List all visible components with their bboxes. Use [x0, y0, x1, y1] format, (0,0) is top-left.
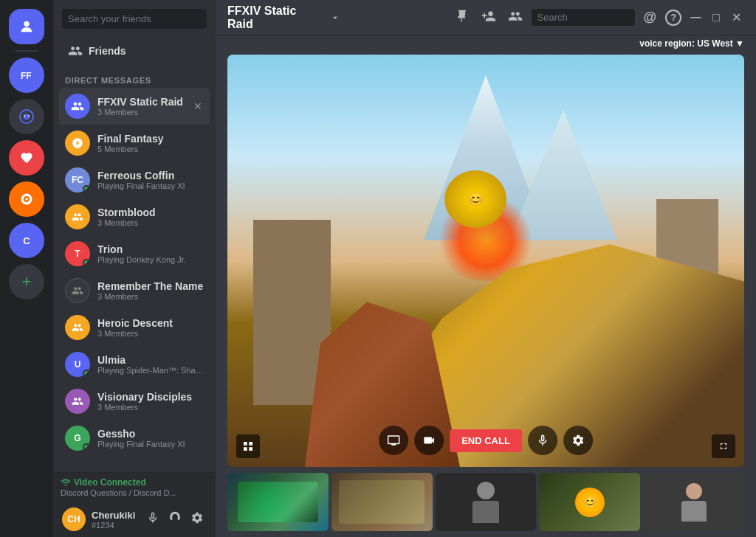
dm-name-ulmia: Ulmia	[97, 354, 204, 366]
friends-label: Friends	[89, 45, 126, 57]
screen-share-button[interactable]	[379, 426, 408, 455]
mention-icon[interactable]: @	[641, 7, 660, 28]
header-search-input[interactable]	[532, 9, 635, 26]
server-icon-3[interactable]	[9, 140, 44, 176]
friends-icon	[68, 44, 83, 58]
server-sidebar: FF C +	[0, 0, 53, 537]
dm-info-trion: Trion Playing Donkey Kong Jr.	[97, 243, 204, 264]
close-icon[interactable]: ✕	[729, 7, 744, 27]
server-icon-1[interactable]: FF	[9, 58, 44, 93]
dm-item-remember[interactable]: Remember The Name 3 Members	[59, 272, 210, 309]
dm-avatar-visionary	[65, 389, 90, 414]
username: Cherukiki	[92, 510, 137, 521]
voice-region-value: US West	[697, 38, 732, 49]
settings-video-button[interactable]	[563, 426, 593, 455]
grid-view-button[interactable]	[236, 434, 260, 458]
thumb-5[interactable]	[643, 473, 744, 531]
dm-avatar-ffxiv	[65, 94, 90, 119]
settings-button[interactable]	[188, 508, 207, 530]
server-icon-user[interactable]	[9, 9, 44, 44]
svg-point-0	[24, 21, 29, 27]
svg-point-3	[24, 115, 25, 117]
dm-status-heroic: 3 Members	[97, 329, 204, 338]
dm-status-stormblood: 3 Members	[97, 218, 204, 227]
dm-status-visionary: 3 Members	[97, 403, 204, 412]
headphone-button[interactable]	[165, 508, 185, 530]
dm-info-visionary: Visionary Disciples 3 Members	[97, 391, 204, 412]
search-input[interactable]	[62, 9, 207, 29]
dm-avatar-heroic	[65, 315, 90, 340]
dm-info-heroic: Heroic Descent 3 Members	[97, 317, 204, 338]
video-area: 😊 END CALL	[216, 52, 756, 537]
help-icon[interactable]: ?	[665, 10, 681, 26]
dm-info-remember: Remember The Name 3 Members	[97, 280, 204, 301]
video-button[interactable]	[414, 426, 444, 455]
dm-list: FFXIV Static Raid 3 Members ✕ Final Fant…	[53, 88, 216, 472]
header-icons: @ ? ─ □ ✕	[452, 6, 744, 30]
thumb-4[interactable]: 😊	[539, 473, 640, 531]
user-tag: #1234	[92, 521, 137, 530]
dm-item-stormblood[interactable]: Stormblood 3 Members	[59, 198, 210, 235]
pin-icon[interactable]	[452, 6, 472, 30]
dm-item-visionary[interactable]: Visionary Disciples 3 Members	[59, 383, 210, 420]
video-controls: END CALL	[379, 426, 593, 455]
dm-item-final-fantasy[interactable]: Final Fantasy 5 Members	[59, 125, 210, 162]
user-area: CH Cherukiki #1234	[53, 502, 216, 537]
dm-avatar-ff	[65, 131, 90, 156]
add-member-icon[interactable]	[478, 6, 499, 30]
status-dot-trion	[83, 259, 90, 266]
end-call-button[interactable]: END CALL	[450, 429, 522, 452]
thumb-3[interactable]	[436, 473, 537, 531]
microphone-button[interactable]	[528, 426, 557, 455]
server-icon-5[interactable]: C	[9, 223, 44, 258]
dm-avatar-stormblood	[65, 204, 90, 229]
server-icon-4[interactable]	[9, 181, 44, 217]
game-scene: 😊	[227, 55, 744, 467]
voice-region-label: voice region:	[639, 38, 695, 49]
dm-info-stormblood: Stormblood 3 Members	[97, 207, 204, 227]
video-connected-label: Video Connected	[61, 477, 208, 488]
dm-status-ff: 5 Members	[97, 145, 204, 153]
friends-button[interactable]: Friends	[59, 38, 210, 64]
dm-info-gessho: Gessho Playing Final Fantasy XI	[97, 428, 204, 448]
thumb-1[interactable]	[227, 473, 329, 531]
thumb-2[interactable]	[331, 473, 433, 531]
dm-item-ulmia[interactable]: U Ulmia Playing Spider-Man™: Shattered D…	[59, 346, 210, 383]
dm-item-trion[interactable]: T Trion Playing Donkey Kong Jr.	[59, 235, 210, 272]
dm-item-ferreous[interactable]: FC Ferreous Coffin Playing Final Fantasy…	[59, 162, 210, 198]
dm-avatar-remember	[65, 278, 90, 303]
dm-name-heroic: Heroic Descent	[97, 317, 204, 329]
minimize-icon[interactable]: ─	[687, 6, 704, 29]
dm-close-ffxiv[interactable]: ✕	[192, 99, 204, 114]
server-icon-2[interactable]	[9, 99, 44, 134]
channel-name: FFXIV Static Raid	[227, 4, 321, 31]
dm-item-heroic[interactable]: Heroic Descent 3 Members	[59, 309, 210, 346]
dm-item-ffxiv[interactable]: FFXIV Static Raid 3 Members ✕	[59, 88, 210, 125]
signal-icon	[61, 477, 71, 488]
video-connected-area: Video Connected Discord Questions / Disc…	[53, 472, 216, 502]
dm-info-ferreous: Ferreous Coffin Playing Final Fantasy XI	[97, 170, 204, 190]
status-dot-ferreous	[83, 185, 90, 193]
dm-avatar-ferreous: FC	[65, 167, 90, 193]
voice-region: voice region: US West ▼	[216, 35, 756, 52]
voice-region-chevron: ▼	[735, 38, 744, 49]
members-icon[interactable]	[505, 6, 526, 30]
dm-name-ffxiv: FFXIV Static Raid	[97, 96, 185, 108]
server-add-button[interactable]: +	[9, 264, 44, 299]
dm-status-ffxiv: 3 Members	[97, 108, 185, 117]
mute-button[interactable]	[143, 508, 162, 530]
dm-status-trion: Playing Donkey Kong Jr.	[97, 255, 204, 264]
dm-name-ff: Final Fantasy	[97, 133, 204, 145]
maximize-icon[interactable]: □	[709, 8, 723, 27]
server-divider	[15, 50, 38, 52]
dm-name-visionary: Visionary Disciples	[97, 391, 204, 403]
main-video: 😊 END CALL	[227, 55, 744, 467]
dm-name-trion: Trion	[97, 243, 204, 255]
dm-info-ulmia: Ulmia Playing Spider-Man™: Shattered Dim…	[97, 354, 204, 375]
dm-status-gessho: Playing Final Fantasy XI	[97, 440, 204, 448]
dm-item-gessho[interactable]: G Gessho Playing Final Fantasy XI	[59, 420, 210, 457]
dm-status-remember: 3 Members	[97, 292, 204, 301]
status-dot-ulmia	[83, 370, 90, 377]
fullscreen-button[interactable]	[712, 434, 735, 458]
dm-status-ferreous: Playing Final Fantasy XI	[97, 181, 204, 190]
